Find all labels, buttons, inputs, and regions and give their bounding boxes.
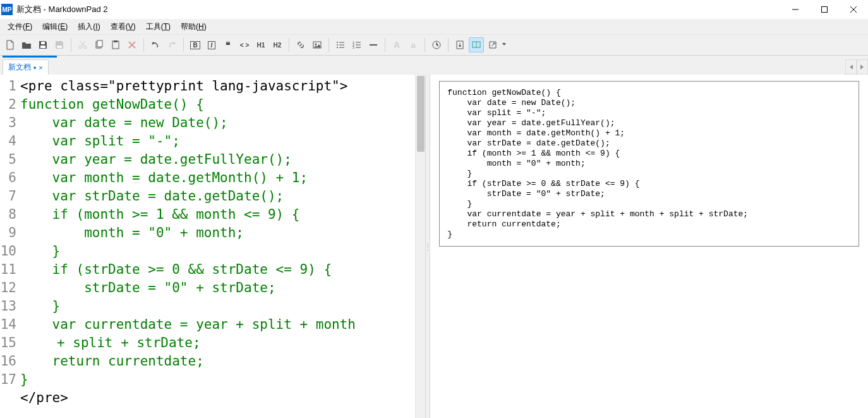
- gutter-line: 5: [0, 151, 16, 169]
- chevron-left-icon: [849, 65, 853, 70]
- code-line: }: [20, 242, 425, 261]
- code-line: <pre class="prettyprint lang-javascript"…: [20, 77, 425, 95]
- gutter-line: 11: [0, 261, 16, 279]
- separator: [289, 38, 289, 52]
- code-line: var year = date.getFullYear();: [20, 151, 425, 169]
- code-line: </pre>: [20, 389, 425, 407]
- code-line: }: [20, 371, 425, 389]
- new-file-button[interactable]: [3, 37, 18, 52]
- export-button[interactable]: [452, 37, 467, 52]
- lowercase-icon: a: [411, 40, 415, 50]
- code-icon: < >: [240, 42, 249, 49]
- open-external-button[interactable]: [485, 37, 500, 52]
- menu-insert[interactable]: 插入(I): [73, 19, 105, 34]
- horizontal-rule-button[interactable]: [366, 37, 381, 52]
- editor-pane: 1234567891011121314151617 <pre class="pr…: [0, 75, 425, 418]
- separator: [71, 38, 71, 52]
- gutter-line: 7: [0, 187, 16, 206]
- quote-icon: ❝: [226, 40, 231, 50]
- export-icon: [455, 40, 465, 50]
- tabs-scroll-left[interactable]: [845, 59, 857, 75]
- code-line: return currentdate;: [20, 352, 425, 371]
- undo-icon: [150, 40, 160, 50]
- paste-button[interactable]: [108, 37, 123, 52]
- undo-button[interactable]: [148, 37, 163, 52]
- delete-button[interactable]: [124, 37, 140, 52]
- italic-button[interactable]: I: [204, 37, 219, 52]
- redo-button[interactable]: [164, 37, 179, 52]
- maximize-icon: [821, 6, 828, 13]
- gutter-line: 13: [0, 297, 16, 316]
- code-line: var currentdate = year + split + month: [20, 316, 425, 334]
- delete-icon: [127, 40, 137, 50]
- svg-text:3: 3: [353, 46, 354, 49]
- separator: [329, 38, 329, 52]
- separator: [425, 38, 425, 52]
- live-preview-button[interactable]: [469, 37, 484, 52]
- gutter-line: 4: [0, 132, 16, 151]
- menu-view[interactable]: 查看(V): [105, 19, 141, 34]
- save-button[interactable]: [35, 37, 51, 52]
- menu-help[interactable]: 帮助(H): [176, 19, 212, 34]
- svg-rect-10: [97, 40, 102, 47]
- preview-content: function getNowDate() { var date = new D…: [439, 81, 859, 247]
- code-line: month = "0" + month;: [20, 224, 425, 242]
- italic-icon: I: [208, 41, 216, 49]
- window-title: 新文档 - MarkdownPad 2: [16, 4, 781, 15]
- h2-button[interactable]: H2: [270, 37, 285, 52]
- tabs-scroll-right[interactable]: [857, 59, 868, 75]
- uppercase-icon: A: [394, 40, 400, 50]
- app-icon: MP: [1, 4, 13, 15]
- timestamp-button[interactable]: [429, 37, 444, 52]
- toolbar-overflow-button[interactable]: [502, 43, 507, 47]
- separator: [143, 38, 144, 52]
- document-tab-label: 新文档: [8, 62, 31, 73]
- document-tabstrip: 新文档 • ×: [0, 56, 868, 75]
- document-tab[interactable]: 新文档 • ×: [3, 59, 49, 75]
- live-preview-icon: [471, 40, 481, 50]
- scrollbar-thumb[interactable]: [417, 76, 425, 152]
- save-all-icon: [54, 40, 64, 50]
- editor-scrollbar[interactable]: [415, 75, 425, 418]
- svg-point-17: [337, 47, 338, 48]
- svg-rect-1: [822, 7, 828, 13]
- close-button[interactable]: [839, 0, 868, 19]
- ordered-list-button[interactable]: 123: [349, 37, 365, 52]
- h2-icon: H2: [274, 42, 282, 49]
- h1-button[interactable]: H1: [253, 37, 268, 52]
- bold-button[interactable]: B: [188, 37, 203, 52]
- document-tab-close[interactable]: ×: [39, 64, 42, 71]
- code-button[interactable]: < >: [237, 37, 252, 52]
- gutter-line: 10: [0, 242, 16, 261]
- image-icon: [312, 40, 322, 50]
- open-button[interactable]: [19, 37, 34, 52]
- paste-icon: [111, 40, 121, 50]
- quote-button[interactable]: ❝: [220, 37, 236, 52]
- link-button[interactable]: [293, 37, 308, 52]
- menu-file[interactable]: 文件(F): [3, 19, 37, 34]
- minimize-icon: [792, 6, 799, 13]
- editor-textarea[interactable]: <pre class="prettyprint lang-javascript"…: [20, 75, 425, 418]
- copy-button[interactable]: [92, 37, 107, 52]
- gutter-line: 15: [0, 334, 16, 352]
- gutter-line: 2: [0, 95, 16, 114]
- separator: [183, 38, 184, 52]
- uppercase-button[interactable]: A: [389, 37, 404, 52]
- maximize-button[interactable]: [810, 0, 839, 19]
- code-line: if (month >= 1 && month <= 9) {: [20, 206, 425, 224]
- code-line: var month = date.getMonth() + 1;: [20, 169, 425, 187]
- separator: [385, 38, 385, 52]
- lowercase-button[interactable]: a: [406, 37, 421, 52]
- unordered-list-button[interactable]: [333, 37, 348, 52]
- minimize-button[interactable]: [781, 0, 810, 19]
- editor-split: 1234567891011121314151617 <pre class="pr…: [0, 75, 868, 418]
- chevron-down-icon: [502, 43, 506, 47]
- cut-button[interactable]: [75, 37, 90, 52]
- image-button[interactable]: [310, 37, 325, 52]
- menu-edit[interactable]: 编辑(E): [37, 19, 73, 34]
- svg-rect-4: [40, 46, 45, 48]
- save-all-button[interactable]: [52, 37, 67, 52]
- menu-tools[interactable]: 工具(T): [141, 19, 176, 34]
- separator: [448, 38, 449, 52]
- splitter-handle[interactable]: ⋮: [425, 75, 430, 418]
